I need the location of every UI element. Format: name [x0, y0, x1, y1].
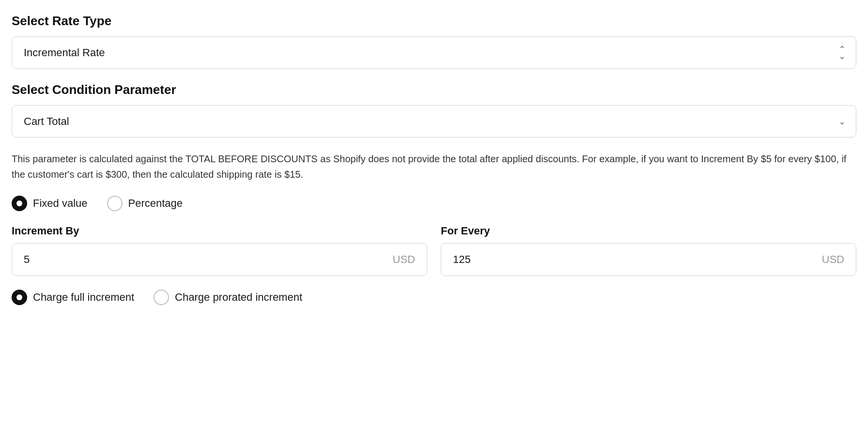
fixed-value-label: Fixed value — [33, 197, 88, 210]
condition-description: This parameter is calculated against the… — [12, 151, 856, 182]
select-rate-type-title: Select Rate Type — [12, 14, 856, 29]
fixed-value-radio-circle — [12, 196, 27, 211]
charge-type-radio-group: Charge full increment Charge prorated in… — [12, 290, 856, 305]
increment-by-label: Increment By — [12, 225, 427, 237]
increment-by-input-wrapper: USD — [12, 243, 427, 276]
select-condition-parameter-title: Select Condition Parameter — [12, 82, 856, 97]
for-every-suffix: USD — [810, 244, 856, 276]
rate-type-select-wrapper: Incremental RateFlat RateFree Shipping — [12, 36, 856, 69]
for-every-label: For Every — [441, 225, 856, 237]
select-rate-type-section: Select Rate Type Incremental RateFlat Ra… — [12, 14, 856, 69]
increment-by-suffix: USD — [381, 244, 427, 276]
increment-by-group: Increment By USD — [12, 225, 427, 276]
charge-prorated-radio-circle — [154, 290, 169, 305]
percentage-label: Percentage — [128, 197, 183, 210]
charge-full-radio-circle — [12, 290, 27, 305]
fixed-value-radio-label[interactable]: Fixed value — [12, 196, 88, 211]
condition-parameter-select[interactable]: Cart TotalItem CountTotal Weight — [12, 105, 856, 138]
percentage-radio-label[interactable]: Percentage — [107, 196, 183, 211]
charge-prorated-label: Charge prorated increment — [175, 291, 302, 304]
select-condition-parameter-section: Select Condition Parameter Cart TotalIte… — [12, 82, 856, 182]
for-every-input-wrapper: USD — [441, 243, 856, 276]
condition-parameter-select-wrapper: Cart TotalItem CountTotal Weight ⌄ — [12, 105, 856, 138]
increment-by-input[interactable] — [12, 244, 381, 276]
charge-full-radio-label[interactable]: Charge full increment — [12, 290, 134, 305]
rate-type-select[interactable]: Incremental RateFlat RateFree Shipping — [12, 36, 856, 69]
charge-full-label: Charge full increment — [33, 291, 134, 304]
increment-fields-row: Increment By USD For Every USD — [12, 225, 856, 276]
for-every-input[interactable] — [441, 244, 810, 276]
value-type-radio-group: Fixed value Percentage — [12, 196, 856, 211]
for-every-group: For Every USD — [441, 225, 856, 276]
charge-prorated-radio-label[interactable]: Charge prorated increment — [154, 290, 302, 305]
percentage-radio-circle — [107, 196, 123, 211]
